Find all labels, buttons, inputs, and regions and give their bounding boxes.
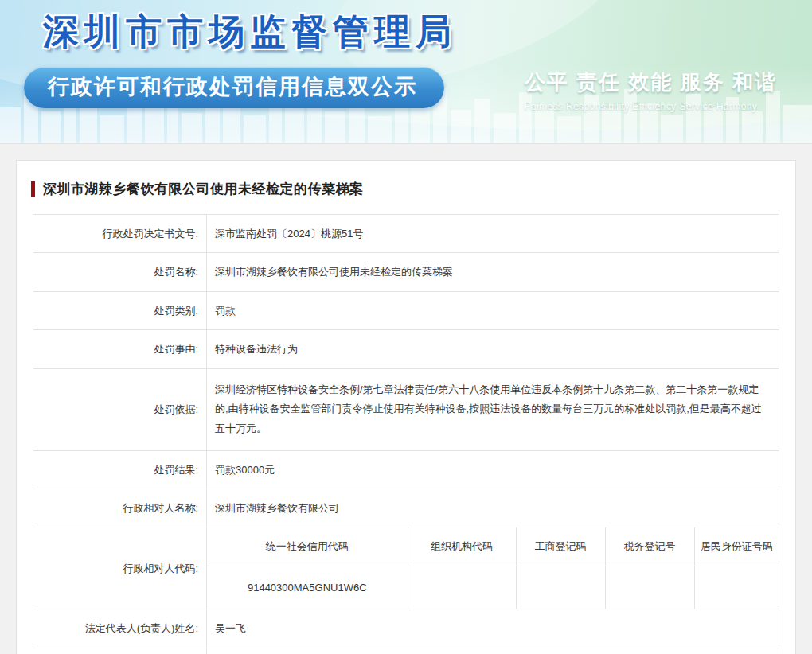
site-banner: 深圳市市场监督管理局 行政许可和行政处罚信用信息双公示 公平 责任 效能 服务 … <box>0 0 812 144</box>
code-value-row: 91440300MA5GNU1W6C <box>207 566 779 609</box>
code-subtable-cell: 统一社会信用代码 组织机构代码 工商登记码 税务登记号 居民身份证号码 9144… <box>207 527 779 609</box>
code-header: 税务登记号 <box>605 527 694 566</box>
code-header: 统一社会信用代码 <box>207 527 408 566</box>
table-row-codes: 行政相对人代码: 统一社会信用代码 组织机构代码 工商登记码 税 <box>33 527 779 609</box>
code-header-row: 统一社会信用代码 组织机构代码 工商登记码 税务登记号 居民身份证号码 <box>207 527 779 566</box>
table-row: 行政相对人名称: 深圳市湖辣乡餐饮有限公司 <box>33 489 779 527</box>
code-subtable: 统一社会信用代码 组织机构代码 工商登记码 税务登记号 居民身份证号码 9144… <box>207 527 779 609</box>
row-label: 处罚名称: <box>33 253 207 291</box>
row-label: 处罚事由: <box>33 330 207 368</box>
row-label: 处罚类别: <box>33 291 207 329</box>
row-value: 罚款 <box>207 291 779 329</box>
table-row: 行政处罚决定书文号: 深市监南处罚〔2024〕桃源51号 <box>33 215 779 253</box>
slogan-english: Faimess Responsibility Efficiency Servic… <box>525 101 777 112</box>
row-value: 深圳市湖辣乡餐饮有限公司 <box>207 489 779 527</box>
row-value: 吴一飞 <box>207 609 779 648</box>
slogan-chinese: 公平 责任 效能 服务 和谐 <box>525 68 777 96</box>
row-label: 处罚决定日期: <box>33 648 207 654</box>
code-value <box>605 566 694 609</box>
code-value <box>408 566 516 609</box>
agency-title: 深圳市市场监督管理局 <box>43 8 457 56</box>
row-label: 处罚依据: <box>33 368 207 450</box>
code-value <box>516 566 605 609</box>
row-value: 深圳经济特区特种设备安全条例/第七章法律责任/第六十八条使用单位违反本条例第十九… <box>207 368 779 450</box>
row-value: 2024-03-18 <box>207 648 779 654</box>
row-label: 处罚结果: <box>33 450 207 489</box>
title-accent-bar <box>31 181 35 197</box>
table-row: 处罚事由: 特种设备违法行为 <box>33 330 779 368</box>
row-value: 罚款30000元 <box>207 450 779 489</box>
table-row: 处罚依据: 深圳经济特区特种设备安全条例/第七章法律责任/第六十八条使用单位违反… <box>33 368 779 450</box>
row-label: 行政相对人代码: <box>33 527 207 609</box>
row-label: 行政处罚决定书文号: <box>33 215 207 253</box>
banner-subtitle-pill: 行政许可和行政处罚信用信息双公示 <box>24 67 444 108</box>
row-value: 特种设备违法行为 <box>207 330 779 368</box>
table-row: 法定代表人(负责人)姓名: 吴一飞 <box>33 609 779 648</box>
row-label: 法定代表人(负责人)姓名: <box>33 609 207 648</box>
table-row: 处罚名称: 深圳市湖辣乡餐饮有限公司使用未经检定的传菜梯案 <box>33 253 779 291</box>
banner-slogan: 公平 责任 效能 服务 和谐 Faimess Responsibility Ef… <box>525 68 777 112</box>
row-label: 行政相对人名称: <box>33 489 207 527</box>
penalty-record-table: 行政处罚决定书文号: 深市监南处罚〔2024〕桃源51号 处罚名称: 深圳市湖辣… <box>33 214 779 654</box>
row-value: 深圳市湖辣乡餐饮有限公司使用未经检定的传菜梯案 <box>207 253 779 291</box>
code-value <box>694 566 779 609</box>
table-row: 处罚结果: 罚款30000元 <box>33 450 779 489</box>
code-value: 91440300MA5GNU1W6C <box>207 566 408 609</box>
table-row: 处罚类别: 罚款 <box>33 291 779 329</box>
row-value: 深市监南处罚〔2024〕桃源51号 <box>207 215 779 253</box>
code-header: 工商登记码 <box>516 527 605 566</box>
code-header: 组织机构代码 <box>408 527 516 566</box>
code-header: 居民身份证号码 <box>694 527 779 566</box>
table-row: 处罚决定日期: 2024-03-18 <box>33 648 779 654</box>
case-title-row: 深圳市湖辣乡餐饮有限公司使用未经检定的传菜梯案 <box>17 161 795 214</box>
record-card: 深圳市湖辣乡餐饮有限公司使用未经检定的传菜梯案 行政处罚决定书文号: 深市监南处… <box>16 160 796 654</box>
page-title: 深圳市湖辣乡餐饮有限公司使用未经检定的传菜梯案 <box>43 180 364 198</box>
